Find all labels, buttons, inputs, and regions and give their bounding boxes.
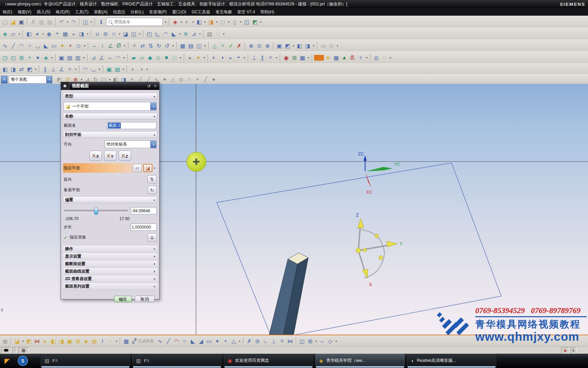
bridge-curve-icon[interactable]: ↺: [163, 42, 171, 50]
reorder-blend-icon[interactable]: ◡: [89, 65, 98, 74]
dropdown-arrow-icon[interactable]: ▾: [227, 18, 231, 26]
datum-csys-small-icon[interactable]: ⊞: [17, 53, 26, 62]
pocket-icon[interactable]: ◒: [69, 30, 78, 38]
boss-icon[interactable]: ◓: [53, 30, 61, 38]
dropdown-arrow-icon[interactable]: ▾: [74, 65, 78, 74]
make-corner-icon[interactable]: ∟: [262, 337, 270, 346]
search-input[interactable]: [113, 19, 160, 25]
measure-body-icon[interactable]: ▥: [74, 53, 82, 62]
reverse-direction-button[interactable]: ⇅: [147, 175, 157, 183]
sphere-icon[interactable]: ●: [34, 53, 42, 62]
revolve-icon[interactable]: ◕: [33, 30, 41, 38]
collapsed-section-header[interactable]: 2D 查看器设置 ▾: [63, 275, 157, 282]
display-mode-icon[interactable]: ◐: [183, 18, 191, 26]
window-layout-icon[interactable]: ◈: [171, 18, 179, 26]
wcs-orient-icon[interactable]: ⊗: [263, 42, 272, 50]
coordinates-icon[interactable]: ◈: [42, 53, 50, 62]
dropdown-arrow-icon[interactable]: ▾: [202, 53, 206, 62]
perpendicular-tool-icon[interactable]: ⊥: [250, 53, 258, 62]
pattern-feature-icon[interactable]: ◌: [214, 30, 222, 38]
menu-item[interactable]: 分析(L): [128, 8, 146, 16]
new-icon[interactable]: ▢: [1, 18, 9, 26]
constraint-icon[interactable]: ⊥: [270, 337, 278, 346]
intersect-icon[interactable]: ∩: [110, 30, 118, 38]
section-header-cut-plane[interactable]: 剖切平面▴: [63, 131, 157, 138]
smooth-curve-icon[interactable]: ◨: [304, 42, 312, 50]
sequence-icon[interactable]: ▣: [66, 337, 74, 346]
datum-csys-icon[interactable]: △: [211, 42, 219, 50]
offset-region-icon[interactable]: ⇄: [17, 65, 26, 74]
menu-item[interactable]: 首选项(P): [146, 8, 169, 16]
play-icon[interactable]: ▸: [186, 53, 194, 62]
ok-button[interactable]: 确定: [114, 296, 132, 302]
menu-item[interactable]: 星空 V7.4: [234, 8, 258, 16]
verify-icon[interactable]: ✓: [227, 42, 235, 50]
pad-icon[interactable]: ▦: [61, 30, 69, 38]
alternate-plane-button[interactable]: ↻: [148, 186, 157, 194]
half-section-icon[interactable]: ◒: [226, 53, 234, 62]
trim-curve-icon[interactable]: ◩: [283, 42, 292, 50]
sketch-style-icon[interactable]: ◇: [326, 337, 334, 346]
dropdown-arrow-icon[interactable]: ▾: [203, 18, 207, 26]
sketch-line-icon[interactable]: ╱: [164, 337, 173, 346]
dropdown-arrow-icon[interactable]: ▾: [41, 30, 45, 38]
taskbar-button-baidu-netdisk[interactable]: ◉ 欢迎使用百度网盘: [223, 354, 314, 368]
polygon-icon[interactable]: ✦: [58, 42, 66, 50]
dropdown-arrow-icon[interactable]: ▾: [115, 337, 118, 346]
dropdown-arrow-icon[interactable]: ▾: [215, 18, 219, 26]
snap-vertex-icon[interactable]: △: [169, 75, 177, 84]
translucent-cube-icon[interactable]: ◻: [219, 18, 227, 26]
arc-icon[interactable]: ◠: [17, 42, 26, 50]
make-parallel-icon[interactable]: ∥: [41, 65, 49, 74]
gray-pane-icon[interactable]: ▯: [231, 18, 239, 26]
dropdown-arrow-icon[interactable]: ▾: [178, 30, 182, 38]
highlight-lines-icon[interactable]: ◇: [154, 53, 162, 62]
edge-blend-icon[interactable]: ◠: [162, 30, 170, 38]
dashed-circle-icon[interactable]: ◌: [380, 53, 389, 62]
snap-slash-icon[interactable]: ╱: [201, 75, 210, 84]
sketch-chamfer-icon[interactable]: ◢: [197, 337, 205, 346]
snap-point-icon[interactable]: ●: [210, 75, 218, 84]
menu-item[interactable]: 插入(S): [34, 8, 53, 16]
conic-icon[interactable]: ◡: [34, 42, 42, 50]
paste-icon[interactable]: ▤: [46, 18, 54, 26]
dropdown-arrow-icon[interactable]: ▾: [145, 65, 149, 74]
menu-item[interactable]: 装配(A): [91, 8, 110, 16]
chamfer-curve-icon[interactable]: ◣: [42, 42, 50, 50]
sketch-spline-icon[interactable]: ∿: [156, 337, 164, 346]
draft-analysis-icon[interactable]: ◆: [146, 53, 154, 62]
studio-spline-icon[interactable]: ∿: [1, 42, 9, 50]
dropdown-arrow-icon[interactable]: ▾: [336, 42, 339, 50]
command-finder-search[interactable]: [106, 18, 163, 26]
set-plane-to-x-button[interactable]: X: [89, 151, 102, 161]
cancel-button[interactable]: 取消: [135, 296, 154, 302]
section-drag-handle[interactable]: ✚: [186, 152, 206, 172]
pattern-curve-icon[interactable]: ⊞: [306, 337, 314, 346]
radius-check-icon[interactable]: ◠: [114, 53, 122, 62]
dropdown-arrow-icon[interactable]: ▾: [164, 18, 167, 26]
dropdown-arrow-icon[interactable]: ▾: [122, 53, 126, 62]
dropdown-arrow-icon[interactable]: ▾: [89, 18, 93, 26]
chamfer-icon[interactable]: ◣: [170, 30, 178, 38]
icam-icon[interactable]: iCAM: [314, 55, 324, 61]
cut-icon[interactable]: ✗: [29, 18, 37, 26]
record-icon[interactable]: ◉: [282, 53, 290, 62]
taskbar-button-f-drive-2[interactable]: ▥ F:\: [132, 354, 222, 368]
slider-thumb[interactable]: [94, 208, 98, 215]
text-icon[interactable]: ≡: [130, 42, 138, 50]
sketch-point-icon[interactable]: +: [222, 337, 230, 346]
dropdown-arrow-icon[interactable]: ▾: [66, 18, 69, 26]
dialog-reset-icon[interactable]: ↺: [146, 83, 152, 89]
divide-curve-icon[interactable]: ◧: [295, 42, 304, 50]
menu-item[interactable]: 信息(I): [110, 8, 128, 16]
dropdown-arrow-icon[interactable]: ▾: [179, 18, 183, 26]
split-body-icon[interactable]: ◫: [130, 30, 138, 38]
screen-record-icon[interactable]: ◉: [561, 347, 569, 354]
taskbar-button-qinghua-academy[interactable]: ◈ 青华模具学院（ww...: [315, 354, 405, 368]
menu-item[interactable]: 视图(V): [15, 8, 34, 16]
edit-curve-icon[interactable]: ▣: [275, 42, 283, 50]
assembly-info-icon[interactable]: i: [98, 337, 107, 346]
snap-circle-icon[interactable]: ○: [185, 75, 193, 84]
start-app-icon[interactable]: ◫: [81, 18, 89, 26]
datum-plane-small-icon[interactable]: ◳: [1, 53, 9, 62]
